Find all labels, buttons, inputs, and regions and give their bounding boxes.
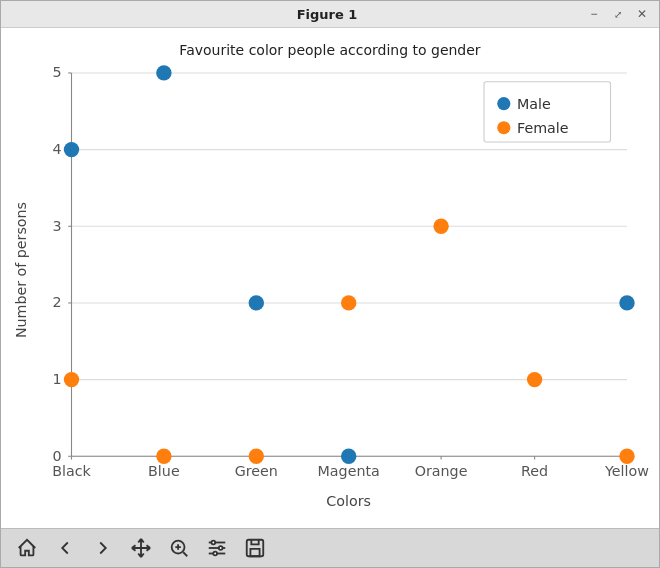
- restore-button[interactable]: ⤢: [609, 5, 627, 23]
- male-green-dot: [249, 296, 264, 311]
- main-window: Figure 1 − ⤢ ✕ Favourite color people ac…: [0, 0, 660, 568]
- chart-title: Favourite color people according to gend…: [11, 38, 649, 58]
- forward-button[interactable]: [85, 530, 121, 566]
- svg-text:4: 4: [53, 141, 62, 157]
- svg-text:Female: Female: [517, 121, 569, 137]
- svg-point-45: [212, 541, 216, 545]
- zoom-button[interactable]: [161, 530, 197, 566]
- female-magenta-dot: [341, 296, 356, 311]
- window-controls: − ⤢ ✕: [585, 5, 651, 23]
- svg-text:Number of persons: Number of persons: [13, 202, 29, 338]
- chart-container: Favourite color people according to gend…: [11, 38, 649, 528]
- back-button[interactable]: [47, 530, 83, 566]
- male-blue-dot: [156, 66, 171, 81]
- svg-text:Magenta: Magenta: [318, 463, 380, 479]
- male-magenta-dot: [341, 449, 356, 464]
- home-button[interactable]: [9, 530, 45, 566]
- chart-inner: 0 1 2 3 4 5 Number of persons: [11, 62, 649, 522]
- svg-text:Orange: Orange: [415, 463, 468, 479]
- titlebar: Figure 1 − ⤢ ✕: [1, 1, 659, 28]
- svg-text:5: 5: [53, 65, 62, 81]
- female-black-dot: [64, 372, 79, 387]
- window-title: Figure 1: [69, 7, 585, 22]
- svg-text:Male: Male: [517, 97, 551, 113]
- svg-text:1: 1: [53, 371, 62, 387]
- female-red-dot: [527, 372, 542, 387]
- female-green-dot: [249, 449, 264, 464]
- svg-text:Colors: Colors: [326, 493, 371, 509]
- scatter-plot: 0 1 2 3 4 5 Number of persons: [11, 62, 649, 522]
- chart-area: Favourite color people according to gend…: [1, 28, 659, 528]
- male-black-dot: [64, 142, 79, 157]
- svg-text:Black: Black: [52, 463, 91, 479]
- svg-text:Red: Red: [521, 463, 548, 479]
- svg-point-39: [497, 122, 510, 135]
- female-yellow-dot: [619, 449, 634, 464]
- male-yellow-dot: [619, 296, 634, 311]
- svg-text:3: 3: [53, 218, 62, 234]
- female-blue-dot: [156, 449, 171, 464]
- svg-point-46: [219, 546, 223, 550]
- female-orange-dot: [433, 219, 448, 234]
- svg-text:2: 2: [53, 295, 62, 311]
- minimize-button[interactable]: −: [585, 5, 603, 23]
- save-button[interactable]: [237, 530, 273, 566]
- svg-text:Green: Green: [235, 463, 278, 479]
- svg-point-47: [213, 552, 217, 556]
- svg-text:0: 0: [53, 448, 62, 464]
- close-button[interactable]: ✕: [633, 5, 651, 23]
- configure-button[interactable]: [199, 530, 235, 566]
- svg-point-37: [497, 97, 510, 110]
- svg-text:Yellow: Yellow: [604, 463, 649, 479]
- pan-button[interactable]: [123, 530, 159, 566]
- svg-text:Blue: Blue: [148, 463, 180, 479]
- toolbar: [1, 528, 659, 567]
